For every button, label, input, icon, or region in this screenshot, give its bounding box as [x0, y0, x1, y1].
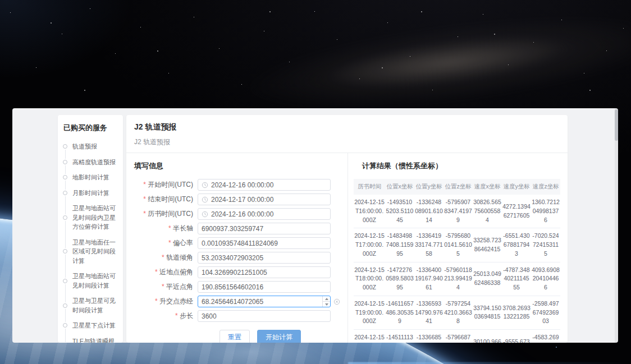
- cell-pos-y: -133640019167.94061: [414, 262, 443, 296]
- semi-major-axis-input[interactable]: [198, 223, 331, 234]
- col-header: 位置x坐标: [385, 179, 414, 195]
- col-header: 历书时间: [354, 179, 385, 195]
- cell-pos-z: -57956800141.56105: [443, 228, 473, 262]
- circle-close-icon[interactable]: [333, 298, 340, 305]
- circle-bullet-icon: [63, 144, 67, 149]
- col-header: 位置z坐标: [443, 179, 473, 195]
- clock-icon: [202, 182, 208, 188]
- cell-vel-z: 4093.6908204104466: [531, 262, 560, 296]
- field-label: 轨道倾角: [134, 253, 198, 262]
- scrollbar-track[interactable]: [615, 108, 618, 343]
- form-actions: 重置 开始计算: [220, 330, 347, 343]
- content-panel: 已购买的服务 轨道预报 高精度轨道预报 地影时间计算 月影时间计算 卫星与地面站…: [12, 108, 618, 343]
- reset-button[interactable]: 重置: [220, 330, 250, 343]
- end-time-input[interactable]: [198, 193, 331, 205]
- cell-vel-x: 30100.96662655232: [473, 330, 502, 343]
- col-header: 速度z坐标: [531, 179, 560, 195]
- sidebar-item-station-visibility-azimuth[interactable]: 卫星与地面站可见时间段内卫星方位俯仰计算: [62, 204, 120, 232]
- form-row: 结束时间(UTC): [134, 193, 347, 205]
- cell-time: 2024-12-15T18:00:00.000Z: [354, 262, 385, 296]
- sidebar-item-moon-shadow[interactable]: 月影时间计算: [62, 188, 120, 198]
- sidebar-item-label: 卫星星下点计算: [72, 321, 116, 330]
- cell-vel-z: -4583.269932116729: [531, 330, 560, 343]
- sidebar-item-label: TLE与轨道瞬根转换: [72, 337, 120, 343]
- scrollbar-thumb[interactable]: [615, 109, 618, 141]
- sidebar-item-high-precision-orbit[interactable]: 高精度轨道预报: [62, 158, 120, 167]
- results-table: 历书时间 位置x坐标 位置y坐标 位置z坐标 速度x坐标 速度y坐标 速度z坐标…: [354, 179, 560, 343]
- argument-of-perigee-input[interactable]: [198, 266, 331, 278]
- eccentricity-input[interactable]: [198, 237, 331, 249]
- form-row: 偏心率: [134, 237, 347, 249]
- start-calculation-button[interactable]: 开始计算: [257, 330, 301, 343]
- table-row: 2024-12-15T16:00:00.000Z -14935105203.51…: [354, 195, 560, 228]
- circle-bullet-icon: [63, 323, 67, 328]
- sidebar-item-label: 月影时间计算: [72, 188, 109, 198]
- cell-time: 2024-12-15T17:00:00.000Z: [354, 228, 385, 262]
- cell-pos-z: -57960118213.994194: [443, 262, 473, 296]
- sidebar-item-region-visibility[interactable]: 卫星与地面任一区域可见时间段计算: [62, 238, 120, 266]
- raan-value[interactable]: [202, 298, 322, 306]
- number-spinner-icon[interactable]: [322, 296, 330, 307]
- cell-pos-x: -14935105203.511045: [385, 195, 414, 228]
- step-size-input[interactable]: [198, 310, 331, 322]
- purchased-services-sidebar: 已购买的服务 轨道预报 高精度轨道预报 地影时间计算 月影时间计算 卫星与地面站…: [58, 115, 123, 343]
- cell-time: 2024-12-15T19:00:00.000Z: [354, 296, 385, 329]
- circle-bullet-icon: [63, 279, 67, 283]
- page-title: J2 轨道预报: [134, 122, 559, 132]
- results-section: 计算结果（惯性系坐标） 历书时间 位置x坐标 位置y坐标 位置z坐标 速度x坐标…: [348, 153, 568, 343]
- sidebar-item-orbit-forecast[interactable]: 轨道预报: [62, 142, 120, 151]
- eccentricity-value[interactable]: [202, 239, 330, 247]
- ephemeris-time-input[interactable]: [198, 208, 331, 220]
- start-time-input[interactable]: [198, 179, 331, 191]
- mean-anomaly-input[interactable]: [198, 281, 331, 293]
- clock-icon: [202, 196, 208, 203]
- form-row: 平近点角: [134, 281, 347, 293]
- field-label: 近地点俯角: [134, 268, 198, 277]
- spinner-down-icon[interactable]: [323, 301, 330, 307]
- cell-time: 2024-12-15T16:00:00.000Z: [354, 195, 385, 228]
- sidebar-item-tle-conversion[interactable]: TLE与轨道瞬根转换: [62, 337, 120, 343]
- semi-major-axis-value[interactable]: [202, 225, 330, 233]
- table-row: 2024-12-15T17:00:00.000Z -14834987408.11…: [354, 228, 560, 262]
- page-header: J2 轨道预报 J2 轨道预报: [126, 115, 568, 153]
- argument-of-perigee-value[interactable]: [202, 269, 330, 277]
- cell-vel-y: -9555.67396056591: [502, 330, 531, 343]
- step-size-value[interactable]: [202, 312, 330, 320]
- form-row: 近地点俯角: [134, 266, 347, 278]
- cell-vel-x: 30826.565756005584: [473, 195, 502, 228]
- cell-pos-x: -14834987408.115995: [385, 228, 414, 262]
- results-section-title: 计算结果（惯性系坐标）: [362, 161, 561, 171]
- cell-pos-y: -133624808901.61014: [414, 195, 443, 228]
- sidebar-item-sat-sat-visibility[interactable]: 卫星与卫星可见时间段计算: [62, 296, 120, 315]
- cell-pos-y: -133668568582.50499: [414, 330, 443, 343]
- cell-pos-x: -14611657486.305359: [385, 296, 414, 329]
- sidebar-item-subsatellite-point[interactable]: 卫星星下点计算: [62, 321, 120, 330]
- page-subtitle: J2 轨道预报: [134, 137, 559, 147]
- inclination-input[interactable]: [198, 252, 331, 264]
- ephemeris-time-value[interactable]: [211, 210, 330, 218]
- table-row: 2024-12-15T20:00:00.000Z -14511113490.76…: [354, 330, 560, 343]
- main-card: J2 轨道预报 J2 轨道预报 填写信息 开始时间(UTC) 结束时间(UTC): [126, 115, 568, 343]
- circle-bullet-icon: [63, 249, 67, 254]
- cell-pos-z: -57959078347.41979: [443, 195, 473, 228]
- circle-bullet-icon: [63, 191, 67, 195]
- field-label: 偏心率: [134, 238, 198, 248]
- service-list: 轨道预报 高精度轨道预报 地影时间计算 月影时间计算 卫星与地面站可见时间段内卫…: [62, 142, 120, 343]
- field-label: 步长: [134, 311, 198, 321]
- cell-pos-x: -14722760589.580395: [385, 262, 414, 296]
- mean-anomaly-value[interactable]: [202, 283, 330, 291]
- sidebar-item-earth-shadow[interactable]: 地影时间计算: [62, 173, 120, 182]
- sidebar-item-label: 卫星与卫星可见时间段计算: [72, 296, 120, 315]
- raan-input[interactable]: [198, 296, 331, 307]
- table-header-row: 历书时间 位置x坐标 位置y坐标 位置z坐标 速度x坐标 速度y坐标 速度z坐标: [354, 179, 560, 195]
- inclination-value[interactable]: [202, 254, 330, 262]
- end-time-value[interactable]: [211, 196, 330, 204]
- table-row: 2024-12-15T19:00:00.000Z -14611657486.30…: [354, 296, 560, 329]
- start-time-value[interactable]: [211, 181, 330, 189]
- field-label: 历书时间(UTC): [134, 209, 198, 219]
- form-row: 半长轴: [134, 223, 347, 234]
- sidebar-item-station-visibility-window[interactable]: 卫星与地面站可见时间段计算: [62, 271, 120, 290]
- cell-vel-y: 4272.139462717605: [502, 195, 531, 228]
- spinner-up-icon[interactable]: [323, 296, 330, 301]
- form-row: 升交点赤经: [134, 296, 347, 307]
